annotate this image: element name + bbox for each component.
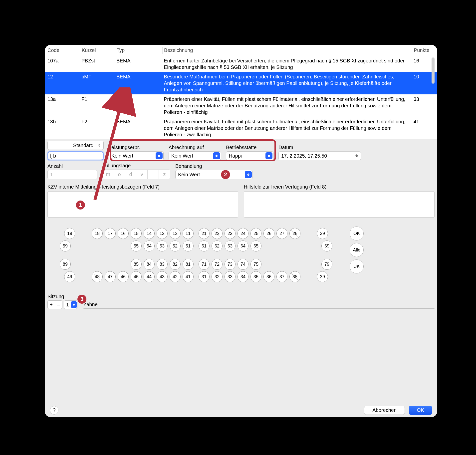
tooth-39[interactable]: 39: [317, 271, 328, 282]
tooth-83[interactable]: 83: [157, 259, 168, 270]
tooth-61[interactable]: 61: [199, 240, 210, 251]
tooth-89[interactable]: 89: [60, 259, 71, 270]
search-input[interactable]: [53, 153, 116, 159]
abrechnung-select[interactable]: Kein Wert: [169, 151, 221, 160]
tooth-27[interactable]: 27: [276, 228, 287, 239]
datum-input[interactable]: 17. 2.2025, 17:25:50: [278, 151, 361, 160]
tooth-51[interactable]: 51: [183, 240, 194, 251]
col-bez[interactable]: Bezeichnung: [162, 47, 412, 54]
ok-button[interactable]: OK: [409, 406, 432, 415]
tooth-31[interactable]: 31: [199, 271, 210, 282]
teeth-ok-button[interactable]: OK: [350, 227, 364, 240]
tooth-16[interactable]: 16: [118, 228, 129, 239]
tooth-73[interactable]: 73: [225, 259, 236, 270]
tooth-75[interactable]: 75: [250, 259, 261, 270]
tooth-45[interactable]: 45: [131, 271, 142, 282]
tooth-52[interactable]: 52: [170, 240, 181, 251]
tooth-22[interactable]: 22: [212, 228, 223, 239]
tooth-34[interactable]: 34: [238, 271, 248, 282]
feld8-textarea[interactable]: [244, 191, 435, 218]
tooth-18[interactable]: 18: [92, 228, 103, 239]
filter-preset-select[interactable]: Standard: [47, 141, 104, 150]
tooth-36[interactable]: 36: [263, 271, 274, 282]
tooth-32[interactable]: 32: [212, 271, 223, 282]
tooth-62[interactable]: 62: [212, 240, 223, 251]
tooth-72[interactable]: 72: [212, 259, 223, 270]
teeth-alle-button[interactable]: Alle: [350, 243, 364, 257]
tooth-37[interactable]: 37: [276, 271, 287, 282]
tooth-19[interactable]: 19: [64, 228, 75, 239]
tooth-42[interactable]: 42: [170, 271, 181, 282]
search-icon: [50, 154, 51, 158]
tooth-49[interactable]: 49: [64, 271, 75, 282]
col-code[interactable]: Code: [45, 47, 80, 54]
scrollbar-thumb[interactable]: [432, 57, 435, 84]
tooth-38[interactable]: 38: [289, 271, 300, 282]
tooth-12[interactable]: 12: [170, 228, 181, 239]
tooth-28[interactable]: 28: [289, 228, 300, 239]
tooth-13[interactable]: 13: [157, 228, 168, 239]
tooth-26[interactable]: 26: [263, 228, 274, 239]
tooth-71[interactable]: 71: [199, 259, 210, 270]
table-row[interactable]: 13aF1BEMAPräparieren einer Kavität, Füll…: [45, 94, 437, 117]
fuellungslage-z[interactable]: z: [159, 170, 170, 179]
sitzung-minus-button[interactable]: –: [55, 300, 62, 309]
fuellungslage-o[interactable]: o: [114, 170, 125, 179]
table-row[interactable]: 13bF2BEMAPräparieren einer Kavität, Füll…: [45, 117, 437, 139]
tooth-81[interactable]: 81: [183, 259, 194, 270]
tooth-59[interactable]: 59: [60, 240, 71, 251]
tooth-11[interactable]: 11: [183, 228, 194, 239]
zaehne-input[interactable]: [83, 308, 435, 309]
anzahl-input[interactable]: 1: [47, 170, 97, 179]
fuellungslage-d[interactable]: d: [125, 170, 136, 179]
table-row[interactable]: 107aPBZstBEMAEntfernen harter Zahnbeläge…: [45, 56, 437, 72]
fuellungslage-m[interactable]: m: [103, 170, 114, 179]
search-input-wrap[interactable]: [47, 151, 104, 160]
tooth-14[interactable]: 14: [144, 228, 155, 239]
tooth-17[interactable]: 17: [105, 228, 116, 239]
behandlung-select[interactable]: Kein Wert: [175, 170, 253, 179]
tooth-55[interactable]: 55: [131, 240, 142, 251]
tooth-53[interactable]: 53: [157, 240, 168, 251]
tooth-21[interactable]: 21: [199, 228, 210, 239]
fuellungslage-v[interactable]: v: [136, 170, 148, 179]
leistungserbr-select[interactable]: Kein Wert: [109, 151, 164, 160]
fuellungslage-seg: modvlz: [102, 170, 170, 179]
tooth-84[interactable]: 84: [144, 259, 155, 270]
tooth-29[interactable]: 29: [317, 228, 328, 239]
table-row[interactable]: 12bMFBEMABesondere Maßnahmen beim Präpar…: [45, 72, 437, 94]
tooth-74[interactable]: 74: [238, 259, 248, 270]
tooth-82[interactable]: 82: [170, 259, 181, 270]
tooth-23[interactable]: 23: [225, 228, 236, 239]
tooth-44[interactable]: 44: [144, 271, 155, 282]
sitzung-plus-button[interactable]: +: [47, 300, 55, 309]
cancel-button[interactable]: Abbrechen: [364, 406, 405, 415]
sitzung-value-select[interactable]: 1: [64, 300, 77, 309]
col-kuerzel[interactable]: Kürzel: [80, 47, 115, 54]
tooth-65[interactable]: 65: [250, 240, 261, 251]
tooth-35[interactable]: 35: [250, 271, 261, 282]
fuellungslage-l[interactable]: l: [148, 170, 159, 179]
col-punkte[interactable]: Punkte: [412, 47, 437, 54]
tooth-46[interactable]: 46: [118, 271, 129, 282]
tooth-63[interactable]: 63: [225, 240, 236, 251]
tooth-79[interactable]: 79: [321, 259, 332, 270]
tooth-47[interactable]: 47: [105, 271, 116, 282]
col-typ[interactable]: Typ: [115, 47, 162, 54]
tooth-15[interactable]: 15: [131, 228, 142, 239]
chevron-updown-icon: [265, 152, 272, 159]
tooth-69[interactable]: 69: [321, 240, 332, 251]
tooth-24[interactable]: 24: [238, 228, 248, 239]
abrechnung-value: Kein Wert: [171, 153, 193, 159]
help-button[interactable]: ?: [50, 406, 58, 415]
tooth-85[interactable]: 85: [131, 259, 142, 270]
tooth-64[interactable]: 64: [238, 240, 248, 251]
tooth-54[interactable]: 54: [144, 240, 155, 251]
tooth-25[interactable]: 25: [250, 228, 261, 239]
tooth-48[interactable]: 48: [92, 271, 103, 282]
teeth-uk-button[interactable]: UK: [350, 259, 364, 273]
tooth-43[interactable]: 43: [157, 271, 168, 282]
tooth-41[interactable]: 41: [183, 271, 194, 282]
tooth-33[interactable]: 33: [225, 271, 236, 282]
betriebsstaette-select[interactable]: Happi: [226, 151, 273, 160]
